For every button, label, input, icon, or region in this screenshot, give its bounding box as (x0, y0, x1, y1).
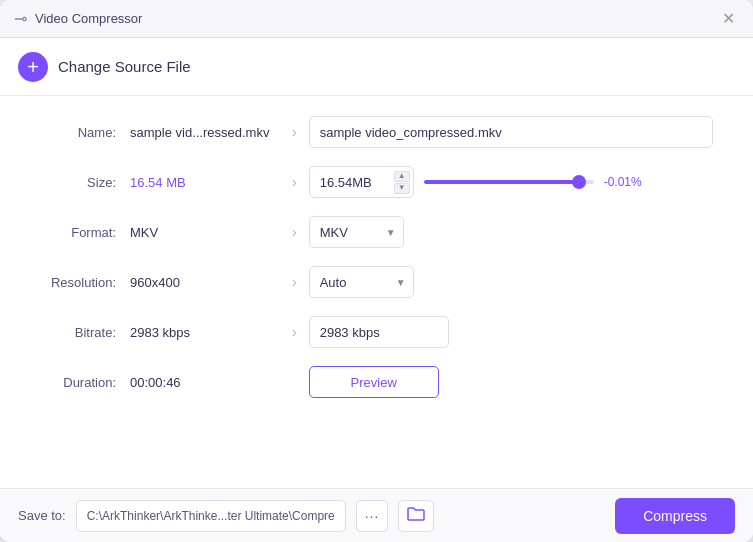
duration-label: Duration: (40, 375, 130, 390)
size-label: Size: (40, 175, 130, 190)
size-slider[interactable] (424, 180, 594, 184)
format-select-wrap: MKV MP4 AVI MOV ▼ (309, 216, 404, 248)
format-control-area: MKV MP4 AVI MOV ▼ (309, 216, 713, 248)
main-content: Name: sample vid...ressed.mkv › Size: 16… (0, 96, 753, 488)
name-input[interactable] (309, 116, 713, 148)
folder-icon (407, 506, 425, 525)
duration-row: Duration: 00:00:46 › Preview (40, 366, 713, 398)
size-row: Size: 16.54 MB › ▲ ▼ -0.01% (40, 166, 713, 198)
duration-value: 00:00:46 (130, 375, 280, 390)
resolution-control-area: Auto 1920x1080 1280x720 960x400 640x480 … (309, 266, 713, 298)
resolution-source-value: 960x400 (130, 275, 280, 290)
name-source-value: sample vid...ressed.mkv (130, 125, 280, 140)
app-title: Video Compressor (35, 11, 142, 26)
save-to-label: Save to: (18, 508, 66, 523)
compress-button[interactable]: Compress (615, 498, 735, 534)
format-arrow-icon: › (292, 224, 297, 240)
toolbar: + Change Source File (0, 38, 753, 96)
dots-button[interactable]: ··· (356, 500, 389, 532)
plus-icon: + (18, 52, 48, 82)
bitrate-arrow-icon: › (292, 324, 297, 340)
format-source-value: MKV (130, 225, 280, 240)
footer: Save to: ··· Compress (0, 488, 753, 542)
resolution-row: Resolution: 960x400 › Auto 1920x1080 128… (40, 266, 713, 298)
resolution-select[interactable]: Auto 1920x1080 1280x720 960x400 640x480 (309, 266, 414, 298)
name-control-area (309, 116, 713, 148)
preview-button[interactable]: Preview (309, 366, 439, 398)
titlebar-left: ⊸ Video Compressor (14, 9, 142, 28)
size-increment-button[interactable]: ▲ (394, 171, 410, 182)
app-icon: ⊸ (14, 9, 27, 28)
size-decrement-button[interactable]: ▼ (394, 183, 410, 194)
save-path-input[interactable] (76, 500, 346, 532)
name-arrow-icon: › (292, 124, 297, 140)
bitrate-control-area (309, 316, 713, 348)
format-row: Format: MKV › MKV MP4 AVI MOV ▼ (40, 216, 713, 248)
size-slider-wrap: -0.01% (424, 175, 713, 189)
size-arrow-icon: › (292, 174, 297, 190)
main-window: ⊸ Video Compressor ✕ + Change Source Fil… (0, 0, 753, 542)
name-label: Name: (40, 125, 130, 140)
bitrate-source-value: 2983 kbps (130, 325, 280, 340)
change-source-label: Change Source File (58, 58, 191, 75)
resolution-label: Resolution: (40, 275, 130, 290)
bitrate-input[interactable] (309, 316, 449, 348)
format-label: Format: (40, 225, 130, 240)
size-source-value: 16.54 MB (130, 175, 280, 190)
bitrate-label: Bitrate: (40, 325, 130, 340)
resolution-select-wrap: Auto 1920x1080 1280x720 960x400 640x480 … (309, 266, 414, 298)
size-spinner: ▲ ▼ (394, 171, 410, 194)
name-row: Name: sample vid...ressed.mkv › (40, 116, 713, 148)
format-select[interactable]: MKV MP4 AVI MOV (309, 216, 404, 248)
resolution-arrow-icon: › (292, 274, 297, 290)
titlebar: ⊸ Video Compressor ✕ (0, 0, 753, 38)
close-button[interactable]: ✕ (718, 5, 739, 32)
folder-button[interactable] (398, 500, 434, 532)
size-percent: -0.01% (604, 175, 642, 189)
bitrate-row: Bitrate: 2983 kbps › (40, 316, 713, 348)
duration-control-area: Preview (309, 366, 713, 398)
size-control-area: ▲ ▼ -0.01% (309, 166, 713, 198)
size-input-wrap: ▲ ▼ (309, 166, 414, 198)
change-source-button[interactable]: + Change Source File (18, 52, 191, 82)
